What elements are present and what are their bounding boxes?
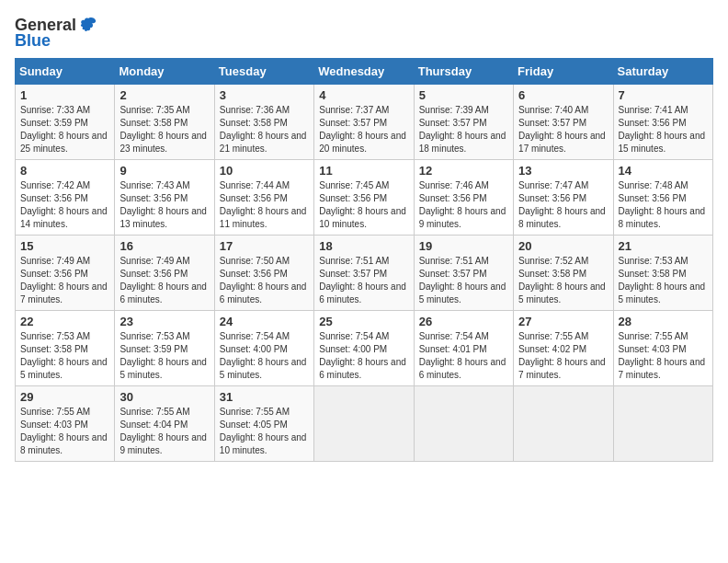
day-info: Sunrise: 7:51 AM Sunset: 3:57 PM Dayligh… — [419, 255, 508, 306]
calendar-header: SundayMondayTuesdayWednesdayThursdayFrid… — [16, 59, 713, 85]
weekday-header-tuesday: Tuesday — [214, 59, 313, 85]
day-info: Sunrise: 7:44 AM Sunset: 3:56 PM Dayligh… — [220, 179, 309, 231]
logo: General Blue — [15, 15, 98, 51]
day-info: Sunrise: 7:40 AM Sunset: 3:57 PM Dayligh… — [518, 104, 608, 155]
calendar-cell: 27 Sunrise: 7:55 AM Sunset: 4:02 PM Dayl… — [514, 311, 613, 386]
day-info: Sunrise: 7:55 AM Sunset: 4:04 PM Dayligh… — [119, 406, 209, 457]
day-info: Sunrise: 7:45 AM Sunset: 3:56 PM Dayligh… — [319, 179, 408, 231]
day-number: 28 — [619, 315, 708, 328]
weekday-header-wednesday: Wednesday — [314, 59, 414, 85]
day-info: Sunrise: 7:55 AM Sunset: 4:02 PM Dayligh… — [518, 330, 608, 382]
calendar-cell — [514, 386, 613, 462]
calendar-cell: 16 Sunrise: 7:49 AM Sunset: 3:56 PM Dayl… — [115, 236, 214, 311]
day-info: Sunrise: 7:42 AM Sunset: 3:56 PM Dayligh… — [20, 179, 109, 231]
day-number: 13 — [518, 164, 608, 178]
day-number: 18 — [319, 239, 408, 253]
calendar-cell: 15 Sunrise: 7:49 AM Sunset: 3:56 PM Dayl… — [16, 236, 115, 311]
calendar-cell: 14 Sunrise: 7:48 AM Sunset: 3:56 PM Dayl… — [613, 160, 712, 236]
day-info: Sunrise: 7:48 AM Sunset: 3:56 PM Dayligh… — [619, 179, 708, 231]
day-info: Sunrise: 7:53 AM Sunset: 3:59 PM Dayligh… — [119, 330, 209, 382]
calendar-cell: 23 Sunrise: 7:53 AM Sunset: 3:59 PM Dayl… — [115, 311, 214, 386]
calendar-cell: 28 Sunrise: 7:55 AM Sunset: 4:03 PM Dayl… — [613, 311, 712, 386]
calendar-cell: 25 Sunrise: 7:54 AM Sunset: 4:00 PM Dayl… — [314, 311, 414, 386]
day-info: Sunrise: 7:52 AM Sunset: 3:58 PM Dayligh… — [518, 255, 608, 306]
day-info: Sunrise: 7:37 AM Sunset: 3:57 PM Dayligh… — [319, 104, 408, 155]
day-info: Sunrise: 7:55 AM Sunset: 4:05 PM Dayligh… — [220, 406, 309, 457]
calendar-cell: 29 Sunrise: 7:55 AM Sunset: 4:03 PM Dayl… — [16, 386, 115, 462]
header: General Blue — [15, 15, 713, 51]
weekday-header-friday: Friday — [514, 59, 613, 85]
calendar-cell — [314, 386, 414, 462]
calendar-cell: 30 Sunrise: 7:55 AM Sunset: 4:04 PM Dayl… — [115, 386, 214, 462]
day-number: 27 — [518, 315, 608, 328]
day-number: 17 — [220, 239, 309, 253]
weekday-header-row: SundayMondayTuesdayWednesdayThursdayFrid… — [16, 59, 713, 85]
day-number: 3 — [220, 88, 309, 102]
day-number: 6 — [518, 88, 608, 102]
day-number: 11 — [319, 164, 408, 178]
day-info: Sunrise: 7:35 AM Sunset: 3:58 PM Dayligh… — [119, 104, 209, 155]
day-info: Sunrise: 7:54 AM Sunset: 4:00 PM Dayligh… — [319, 330, 408, 382]
day-info: Sunrise: 7:53 AM Sunset: 3:58 PM Dayligh… — [20, 330, 109, 382]
weekday-header-thursday: Thursday — [414, 59, 513, 85]
day-info: Sunrise: 7:49 AM Sunset: 3:56 PM Dayligh… — [119, 255, 209, 306]
day-number: 19 — [419, 239, 508, 253]
calendar-cell: 22 Sunrise: 7:53 AM Sunset: 3:58 PM Dayl… — [16, 311, 115, 386]
day-info: Sunrise: 7:49 AM Sunset: 3:56 PM Dayligh… — [20, 255, 109, 306]
calendar-cell: 11 Sunrise: 7:45 AM Sunset: 3:56 PM Dayl… — [314, 160, 414, 236]
day-number: 24 — [220, 315, 309, 328]
day-info: Sunrise: 7:41 AM Sunset: 3:56 PM Dayligh… — [619, 104, 708, 155]
calendar-cell: 3 Sunrise: 7:36 AM Sunset: 3:58 PM Dayli… — [214, 85, 313, 160]
day-info: Sunrise: 7:50 AM Sunset: 3:56 PM Dayligh… — [220, 255, 309, 306]
calendar-week-row: 22 Sunrise: 7:53 AM Sunset: 3:58 PM Dayl… — [16, 311, 713, 386]
day-number: 12 — [419, 164, 508, 178]
calendar-body: 1 Sunrise: 7:33 AM Sunset: 3:59 PM Dayli… — [16, 85, 713, 462]
day-number: 9 — [119, 164, 209, 178]
day-number: 21 — [619, 239, 708, 253]
day-info: Sunrise: 7:43 AM Sunset: 3:56 PM Dayligh… — [119, 179, 209, 231]
calendar-table: SundayMondayTuesdayWednesdayThursdayFrid… — [15, 58, 713, 462]
calendar-cell: 24 Sunrise: 7:54 AM Sunset: 4:00 PM Dayl… — [214, 311, 313, 386]
day-number: 1 — [20, 88, 109, 102]
day-number: 31 — [220, 390, 309, 404]
day-number: 10 — [220, 164, 309, 178]
calendar-cell: 2 Sunrise: 7:35 AM Sunset: 3:58 PM Dayli… — [115, 85, 214, 160]
day-info: Sunrise: 7:33 AM Sunset: 3:59 PM Dayligh… — [20, 104, 109, 155]
calendar-cell: 12 Sunrise: 7:46 AM Sunset: 3:56 PM Dayl… — [414, 160, 513, 236]
day-info: Sunrise: 7:47 AM Sunset: 3:56 PM Dayligh… — [518, 179, 608, 231]
day-number: 14 — [619, 164, 708, 178]
weekday-header-sunday: Sunday — [16, 59, 115, 85]
day-number: 26 — [419, 315, 508, 328]
calendar-cell: 21 Sunrise: 7:53 AM Sunset: 3:58 PM Dayl… — [613, 236, 712, 311]
calendar-cell: 13 Sunrise: 7:47 AM Sunset: 3:56 PM Dayl… — [514, 160, 613, 236]
calendar-cell: 17 Sunrise: 7:50 AM Sunset: 3:56 PM Dayl… — [214, 236, 313, 311]
calendar-week-row: 15 Sunrise: 7:49 AM Sunset: 3:56 PM Dayl… — [16, 236, 713, 311]
calendar-week-row: 29 Sunrise: 7:55 AM Sunset: 4:03 PM Dayl… — [16, 386, 713, 462]
day-info: Sunrise: 7:54 AM Sunset: 4:01 PM Dayligh… — [419, 330, 508, 382]
day-number: 5 — [419, 88, 508, 102]
day-info: Sunrise: 7:51 AM Sunset: 3:57 PM Dayligh… — [319, 255, 408, 306]
day-info: Sunrise: 7:55 AM Sunset: 4:03 PM Dayligh… — [619, 330, 708, 382]
day-info: Sunrise: 7:55 AM Sunset: 4:03 PM Dayligh… — [20, 406, 109, 457]
calendar-cell: 10 Sunrise: 7:44 AM Sunset: 3:56 PM Dayl… — [214, 160, 313, 236]
calendar-cell: 8 Sunrise: 7:42 AM Sunset: 3:56 PM Dayli… — [16, 160, 115, 236]
calendar-cell: 18 Sunrise: 7:51 AM Sunset: 3:57 PM Dayl… — [314, 236, 414, 311]
day-number: 4 — [319, 88, 408, 102]
day-number: 23 — [119, 315, 209, 328]
logo-blue: Blue — [15, 31, 51, 51]
calendar-cell: 4 Sunrise: 7:37 AM Sunset: 3:57 PM Dayli… — [314, 85, 414, 160]
weekday-header-saturday: Saturday — [613, 59, 712, 85]
day-number: 15 — [20, 239, 109, 253]
day-number: 2 — [119, 88, 209, 102]
calendar-cell: 26 Sunrise: 7:54 AM Sunset: 4:01 PM Dayl… — [414, 311, 513, 386]
day-info: Sunrise: 7:53 AM Sunset: 3:58 PM Dayligh… — [619, 255, 708, 306]
calendar-cell: 5 Sunrise: 7:39 AM Sunset: 3:57 PM Dayli… — [414, 85, 513, 160]
day-info: Sunrise: 7:39 AM Sunset: 3:57 PM Dayligh… — [419, 104, 508, 155]
calendar-cell: 1 Sunrise: 7:33 AM Sunset: 3:59 PM Dayli… — [16, 85, 115, 160]
calendar-cell — [613, 386, 712, 462]
day-number: 25 — [319, 315, 408, 328]
calendar-cell: 7 Sunrise: 7:41 AM Sunset: 3:56 PM Dayli… — [613, 85, 712, 160]
calendar-cell: 31 Sunrise: 7:55 AM Sunset: 4:05 PM Dayl… — [214, 386, 313, 462]
calendar-week-row: 8 Sunrise: 7:42 AM Sunset: 3:56 PM Dayli… — [16, 160, 713, 236]
day-number: 29 — [20, 390, 109, 404]
